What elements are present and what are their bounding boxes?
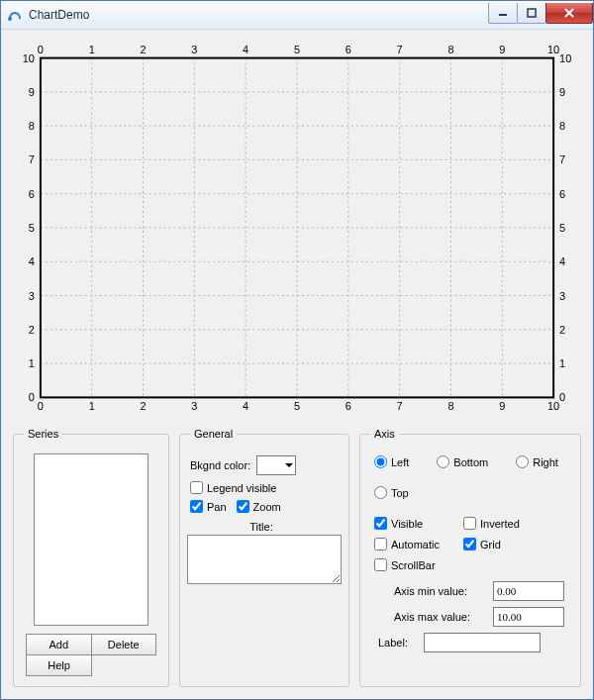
svg-text:8: 8 — [559, 120, 565, 132]
window-title: ChartDemo — [29, 8, 489, 22]
axis-automatic-checkbox[interactable]: Automatic — [374, 538, 446, 550]
svg-text:10: 10 — [547, 400, 559, 412]
pan-checkbox[interactable]: Pan — [190, 500, 227, 513]
axis-top-radio[interactable]: Top — [374, 486, 409, 499]
svg-text:4: 4 — [29, 255, 35, 267]
bkgnd-color-combo[interactable] — [256, 455, 296, 475]
axis-group: Axis Left Bottom Right Top Visible Inver… — [359, 428, 581, 687]
maximize-button[interactable] — [517, 3, 546, 24]
legend-visible-checkbox[interactable]: Legend visible — [190, 481, 276, 494]
svg-text:1: 1 — [89, 44, 95, 55]
svg-text:6: 6 — [29, 188, 35, 200]
minimize-button[interactable] — [488, 3, 518, 24]
general-legend: General — [190, 428, 237, 440]
series-listbox[interactable] — [34, 453, 148, 626]
title-label: Title: — [249, 521, 272, 533]
svg-text:0: 0 — [559, 391, 565, 403]
window-buttons — [489, 3, 593, 23]
svg-text:9: 9 — [559, 86, 565, 98]
axis-left-radio[interactable]: Left — [374, 455, 409, 468]
svg-text:10: 10 — [23, 52, 35, 64]
app-window: ChartDemo 001122334455667788991010001122… — [0, 0, 594, 700]
titlebar[interactable]: ChartDemo — [1, 1, 593, 30]
svg-text:2: 2 — [29, 324, 35, 336]
axis-grid-checkbox[interactable]: Grid — [463, 538, 535, 550]
svg-text:3: 3 — [191, 400, 197, 412]
svg-text:5: 5 — [559, 222, 565, 234]
chart-canvas[interactable]: 0011223344556677889910100011223344556677… — [13, 40, 581, 416]
svg-text:9: 9 — [499, 44, 505, 55]
series-legend: Series — [24, 428, 62, 440]
zoom-checkbox[interactable]: Zoom — [237, 500, 281, 513]
svg-text:8: 8 — [29, 120, 35, 132]
axis-max-input[interactable] — [493, 607, 564, 627]
svg-text:5: 5 — [294, 44, 300, 55]
svg-text:10: 10 — [559, 52, 571, 64]
svg-text:7: 7 — [559, 153, 565, 165]
svg-text:0: 0 — [29, 391, 35, 403]
svg-text:9: 9 — [29, 86, 35, 98]
svg-text:8: 8 — [447, 400, 453, 412]
svg-text:2: 2 — [140, 400, 146, 412]
svg-text:7: 7 — [29, 153, 35, 165]
svg-text:4: 4 — [243, 400, 248, 412]
axis-max-label: Axis max value: — [394, 611, 487, 623]
axis-min-label: Axis min value: — [394, 585, 487, 597]
axis-visible-checkbox[interactable]: Visible — [374, 517, 446, 530]
svg-text:9: 9 — [499, 400, 505, 412]
chevron-down-icon — [285, 463, 293, 467]
svg-text:1: 1 — [29, 357, 35, 369]
axis-scrollbar-checkbox[interactable]: ScrollBar — [374, 558, 446, 571]
svg-text:3: 3 — [191, 44, 197, 55]
svg-text:4: 4 — [559, 255, 565, 267]
bkgnd-color-label: Bkgnd color: — [190, 459, 250, 471]
svg-text:7: 7 — [397, 44, 403, 55]
svg-text:6: 6 — [346, 400, 351, 412]
series-group: Series Add Delete Help — [13, 428, 169, 687]
client-area: 0011223344556677889910100011223344556677… — [1, 30, 593, 699]
axis-inverted-checkbox[interactable]: Inverted — [463, 517, 535, 530]
svg-text:8: 8 — [447, 44, 453, 55]
general-group: General Bkgnd color: Legend visible Pan … — [179, 428, 349, 687]
title-input[interactable] — [187, 535, 342, 584]
axis-right-radio[interactable]: Right — [516, 455, 558, 468]
svg-text:1: 1 — [559, 357, 565, 369]
chart[interactable]: 0011223344556677889910100011223344556677… — [13, 40, 581, 416]
svg-point-0 — [8, 17, 12, 21]
svg-text:6: 6 — [346, 44, 351, 55]
svg-text:2: 2 — [140, 44, 146, 55]
svg-text:10: 10 — [547, 44, 559, 55]
svg-text:1: 1 — [89, 400, 95, 412]
help-button[interactable]: Help — [26, 654, 92, 676]
svg-rect-2 — [528, 9, 536, 17]
svg-text:0: 0 — [38, 400, 44, 412]
svg-text:3: 3 — [559, 290, 565, 302]
svg-text:2: 2 — [559, 324, 565, 336]
axis-label-input[interactable] — [424, 633, 541, 652]
svg-text:7: 7 — [397, 400, 403, 412]
svg-text:4: 4 — [243, 44, 248, 55]
close-button[interactable] — [545, 3, 593, 24]
axis-label-label: Label: — [378, 637, 418, 649]
svg-text:0: 0 — [38, 44, 44, 55]
control-panels: Series Add Delete Help General Bkgnd col… — [13, 428, 581, 687]
axis-legend: Axis — [370, 428, 399, 440]
svg-text:5: 5 — [294, 400, 300, 412]
app-icon — [7, 7, 23, 23]
svg-text:6: 6 — [559, 188, 565, 200]
delete-button[interactable]: Delete — [91, 634, 157, 655]
axis-min-input[interactable] — [493, 581, 564, 601]
svg-text:5: 5 — [29, 222, 35, 234]
axis-bottom-radio[interactable]: Bottom — [437, 455, 488, 468]
svg-text:3: 3 — [29, 290, 35, 302]
add-button[interactable]: Add — [26, 634, 92, 655]
